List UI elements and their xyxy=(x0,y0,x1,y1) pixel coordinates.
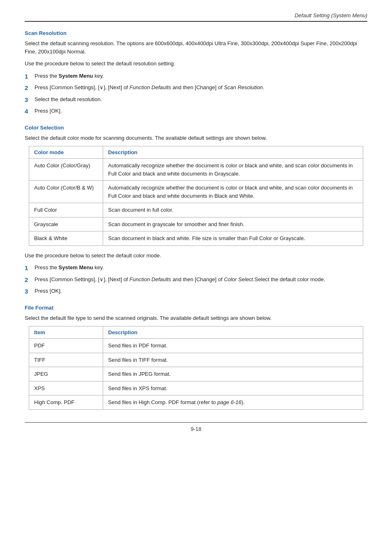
table-cell-item: PDF xyxy=(29,339,103,353)
step-number: 3 xyxy=(25,95,35,105)
table-cell-desc: Send files in High Comp. PDF format (ref… xyxy=(103,395,363,410)
table-row: JPEG Send files in JPEG format. xyxy=(29,367,363,382)
table-cell-item: JPEG xyxy=(29,367,103,382)
col-header-color-mode: Color mode xyxy=(29,146,103,159)
table-header-row: Item Description xyxy=(29,326,363,339)
scan-resolution-title: Scan Resolution xyxy=(25,30,367,36)
table-cell-item: TIFF xyxy=(29,353,103,367)
step-number: 1 xyxy=(25,72,35,81)
table-header-row: Color mode Description xyxy=(29,146,363,159)
step-number: 4 xyxy=(25,107,35,116)
table-row: Black & White Scan document in black and… xyxy=(29,231,363,246)
step-3: 3 Select the default resolution. xyxy=(25,95,367,105)
col-header-description: Description xyxy=(103,146,363,159)
header-title: Default Setting (System Menu) xyxy=(295,12,367,18)
page-header: Default Setting (System Menu) xyxy=(25,12,367,22)
color-selection-title: Color Selection xyxy=(25,125,367,131)
page: Default Setting (System Menu) Scan Resol… xyxy=(0,0,392,449)
step-1: 1 Press the System Menu key. xyxy=(25,72,367,81)
step-content: Press [Common Settings], [∨], [Next] of … xyxy=(35,275,367,284)
table-cell-item: XPS xyxy=(29,381,103,395)
table-row: High Comp. PDF Send files in High Comp. … xyxy=(29,395,363,410)
table-cell-item: Auto Color (Color/B & W) xyxy=(29,181,103,203)
file-format-title: File Format xyxy=(25,305,367,311)
step-2: 2 Press [Common Settings], [∨], [Next] o… xyxy=(25,83,367,93)
step-number: 2 xyxy=(25,83,35,93)
symbol: ∨ xyxy=(99,84,104,90)
table-cell-desc: Automatically recognize whether the docu… xyxy=(103,181,363,203)
bold-text: System Menu xyxy=(59,264,93,271)
table-row: Auto Color (Color/Gray) Automatically re… xyxy=(29,159,363,181)
scan-resolution-intro1: Select the default scanning resolution. … xyxy=(25,39,367,56)
color-selection-intro2: Use the procedure below to select the de… xyxy=(25,252,367,260)
table-cell-desc: Scan document in black and white. File s… xyxy=(103,231,363,246)
italic-page-ref: page 6-16 xyxy=(217,399,242,405)
scan-resolution-steps: 1 Press the System Menu key. 2 Press [Co… xyxy=(25,72,367,116)
table-cell-item: Black & White xyxy=(29,231,103,246)
step-1: 1 Press the System Menu key. xyxy=(25,264,367,273)
italic-text: Function Defaults xyxy=(129,84,171,90)
page-footer: 9-18 xyxy=(25,422,367,432)
table-cell-desc: Scan document in full color. xyxy=(103,203,363,217)
step-content: Press the System Menu key. xyxy=(35,264,367,272)
col-header-item: Item xyxy=(29,326,103,339)
color-mode-table: Color mode Description Auto Color (Color… xyxy=(29,146,363,246)
file-format-intro1: Select the default file type to send the… xyxy=(25,314,367,322)
step-content: Press the System Menu key. xyxy=(35,72,367,80)
table-row: TIFF Send files in TIFF format. xyxy=(29,353,363,367)
table-cell-desc: Send files in XPS format. xyxy=(103,381,363,395)
step-3: 3 Press [OK]. xyxy=(25,287,367,296)
col-header-description: Description xyxy=(103,326,363,339)
color-selection-steps: 1 Press the System Menu key. 2 Press [Co… xyxy=(25,264,367,296)
table-cell-desc: Send files in TIFF format. xyxy=(103,353,363,367)
table-row: Full Color Scan document in full color. xyxy=(29,203,363,217)
file-format-table: Item Description PDF Send files in PDF f… xyxy=(29,326,363,410)
table-row: Auto Color (Color/B & W) Automatically r… xyxy=(29,181,363,203)
step-4: 4 Press [OK]. xyxy=(25,107,367,116)
table-cell-desc: Send files in JPEG format. xyxy=(103,367,363,382)
page-number: 9-18 xyxy=(191,426,201,432)
bold-text: System Menu xyxy=(59,73,93,79)
italic-text2: Color Select. xyxy=(224,276,254,282)
table-cell-item: Grayscale xyxy=(29,217,103,231)
symbol: ∨ xyxy=(99,276,104,282)
scan-resolution-section: Scan Resolution Select the default scann… xyxy=(25,30,367,116)
step-content: Select the default resolution. xyxy=(35,95,367,104)
file-format-section: File Format Select the default file type… xyxy=(25,305,367,410)
italic-text: Function Defaults xyxy=(129,276,171,282)
table-cell-item: Auto Color (Color/Gray) xyxy=(29,159,103,181)
italic-text2: Scan Resolution xyxy=(224,84,263,90)
scan-resolution-intro2: Use the procedure below to select the de… xyxy=(25,60,367,68)
table-cell-item: High Comp. PDF xyxy=(29,395,103,410)
step-number: 3 xyxy=(25,287,35,296)
table-cell-desc: Send files in PDF format. xyxy=(103,339,363,353)
color-selection-intro1: Select the default color mode for scanni… xyxy=(25,134,367,142)
color-selection-section: Color Selection Select the default color… xyxy=(25,125,367,296)
step-content: Press [OK]. xyxy=(35,107,367,115)
step-content: Press [OK]. xyxy=(35,287,367,295)
step-number: 1 xyxy=(25,264,35,273)
table-cell-desc: Automatically recognize whether the docu… xyxy=(103,159,363,181)
step-number: 2 xyxy=(25,275,35,285)
step-content: Press [Common Settings], [∨], [Next] of … xyxy=(35,83,367,92)
table-cell-desc: Scan document in grayscale for smoother … xyxy=(103,217,363,231)
table-cell-item: Full Color xyxy=(29,203,103,217)
table-row: PDF Send files in PDF format. xyxy=(29,339,363,353)
table-row: Grayscale Scan document in grayscale for… xyxy=(29,217,363,231)
step-2: 2 Press [Common Settings], [∨], [Next] o… xyxy=(25,275,367,285)
table-row: XPS Send files in XPS format. xyxy=(29,381,363,395)
